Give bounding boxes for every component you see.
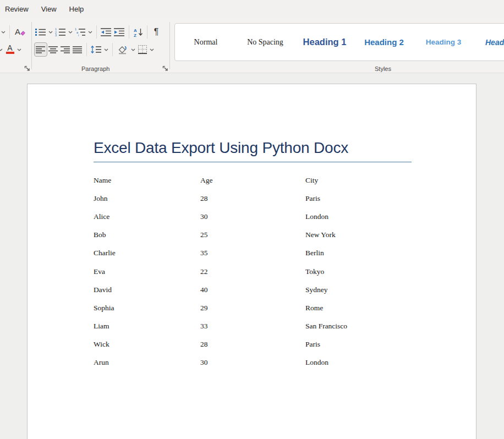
chevron-down-icon[interactable] [67,25,74,39]
table-header-cell: City [305,176,424,185]
sort-button[interactable]: A Z [132,25,144,39]
table-cell: Rome [305,304,424,312]
numbered-list-icon: 1 2 3 [55,28,66,36]
style-heading-1[interactable]: Heading 1 [295,37,354,47]
styles-group-label: Styles [375,65,391,72]
table-cell: Arun [94,358,200,367]
font-color-swatch [6,52,14,54]
table-cell: London [305,358,424,367]
svg-text:A: A [15,27,20,36]
table-header-row: NameAgeCity [94,171,424,189]
multilevel-list-button[interactable]: 1 a i [74,25,87,39]
table-cell: Eva [94,267,200,276]
svg-text:i: i [78,34,79,36]
table-header-cell: Age [200,176,305,185]
chevron-down-icon[interactable] [47,25,54,39]
table-row: Arun30London [94,354,424,372]
divider [9,25,10,39]
align-left-icon [36,46,46,53]
align-left-button[interactable] [34,42,47,57]
chevron-down-icon[interactable] [87,25,94,39]
table-cell: Alice [94,212,200,221]
table-row: Sophia29Rome [94,299,424,317]
font-color-icon: A [7,45,12,51]
borders-icon [138,45,147,54]
table-cell: Wick [94,340,200,349]
chevron-down-icon[interactable] [0,25,7,39]
style-heading-3[interactable]: Heading 3 [414,38,473,46]
table-cell: 30 [200,358,305,367]
increase-indent-button[interactable] [113,25,126,39]
align-right-button[interactable] [59,42,72,57]
paragraph-dialog-launcher[interactable] [161,64,169,72]
justify-button[interactable] [72,42,84,57]
table-cell: Bob [94,231,200,239]
table-row: Eva22Tokyo [94,262,424,281]
divider [129,25,129,39]
table-row: Charlie35Berlin [94,244,424,262]
font-group-row2: A [0,42,23,57]
table-header-cell: Name [94,176,200,185]
table-cell: David [94,286,200,294]
paragraph-group-row1: 1 2 3 1 a i [34,25,162,39]
dialog-launcher-icon [162,65,168,72]
paragraph-group-label: Paragraph [81,65,109,72]
table-cell: 30 [200,212,305,221]
divider [147,25,147,39]
style-heading-4[interactable]: Heading 4 [473,38,504,47]
chevron-down-icon[interactable] [0,42,4,57]
clear-formatting-button[interactable]: A [13,25,27,39]
table-row: Liam33San Francisco [94,317,424,336]
decrease-indent-button[interactable] [100,25,113,39]
multilevel-list-icon: 1 a i [75,28,86,36]
style-heading-2[interactable]: Heading 2 [354,37,414,47]
align-center-button[interactable] [47,42,59,57]
table-cell: Berlin [305,249,424,257]
divider [96,25,97,39]
font-dialog-launcher[interactable] [23,64,31,72]
table-cell: Charlie [94,249,200,257]
style-no-spacing[interactable]: No Spacing [235,38,295,47]
pilcrow-icon: ¶ [154,27,159,37]
table-cell: Sydney [305,286,424,294]
table-cell: 28 [200,340,305,349]
table-cell: 40 [200,286,305,294]
bullet-list-button[interactable] [34,25,47,39]
ribbon: A A [0,18,504,73]
line-spacing-icon [91,45,102,54]
styles-gallery: Normal No Spacing Heading 1 Heading 2 He… [174,23,504,61]
numbered-list-button[interactable]: 1 2 3 [54,25,67,39]
table-cell: 29 [200,304,305,312]
divider [86,43,87,56]
style-normal[interactable]: Normal [176,38,235,47]
table-cell: 35 [200,249,305,257]
borders-button[interactable] [136,42,149,57]
shading-button[interactable] [116,42,130,57]
document-page[interactable]: Excel Data Export Using Python Docx Name… [27,84,476,439]
table-row: Bob25New York [94,226,424,244]
sort-icon: A Z [134,28,143,37]
tab-help[interactable]: Help [69,5,84,13]
chevron-down-icon[interactable] [103,42,109,57]
table-row: David40Sydney [94,281,424,299]
font-color-button[interactable]: A [4,42,16,57]
group-divider [169,22,170,69]
table-cell: Paris [305,340,424,349]
align-center-icon [48,46,58,53]
group-divider [31,22,32,69]
tab-view[interactable]: View [41,5,57,13]
chevron-down-icon[interactable] [130,42,136,57]
line-spacing-button[interactable] [90,42,103,57]
chevron-down-icon[interactable] [149,42,155,57]
show-paragraph-marks-button[interactable]: ¶ [150,25,162,39]
tab-review[interactable]: Review [5,5,29,13]
table-row: John28Paris [94,189,424,207]
word-application-window: Review View Help A [0,0,504,439]
document-canvas[interactable]: Excel Data Export Using Python Docx Name… [0,73,504,439]
shading-icon [117,45,129,54]
table-cell: Paris [305,194,424,203]
svg-text:Z: Z [134,32,136,37]
table-cell: 25 [200,231,305,239]
chevron-down-icon[interactable] [16,42,23,57]
table-cell: 28 [200,194,305,203]
